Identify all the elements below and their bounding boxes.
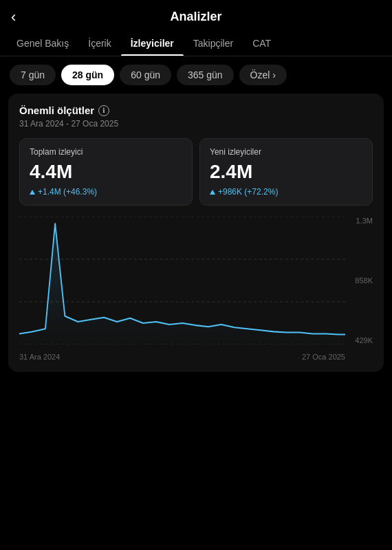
period-365gun[interactable]: 365 gün bbox=[177, 65, 234, 85]
metric-new-viewers-value: 2.4M bbox=[210, 161, 362, 183]
metric-total-viewers-change-text: +1.4M (+46.3%) bbox=[38, 187, 97, 197]
period-28gun[interactable]: 28 gün bbox=[61, 65, 114, 85]
up-arrow-icon bbox=[30, 190, 35, 195]
card-title-row: Önemli ölçütler ℹ bbox=[19, 104, 373, 116]
tabs-row: Genel Bakış İçerik İzleyiciler Takipçile… bbox=[0, 31, 392, 56]
tab-cat[interactable]: CAT bbox=[243, 31, 281, 56]
y-label-bot: 429K bbox=[355, 336, 373, 344]
main-metrics-card: Önemli ölçütler ℹ 31 Ara 2024 - 27 Oca 2… bbox=[8, 94, 384, 372]
metric-new-viewers-change: +986K (+72.2%) bbox=[210, 187, 362, 197]
tab-icerik[interactable]: İçerik bbox=[78, 31, 120, 56]
metric-new-viewers: Yeni izleyiciler 2.4M +986K (+72.2%) bbox=[199, 138, 373, 206]
metric-new-viewers-label: Yeni izleyiciler bbox=[210, 147, 362, 157]
back-button[interactable]: ‹ bbox=[11, 10, 16, 25]
chart-area-fill bbox=[19, 223, 345, 344]
chart-svg bbox=[19, 217, 345, 344]
y-label-top: 1.3M bbox=[356, 217, 373, 225]
metric-total-viewers-value: 4.4M bbox=[30, 161, 182, 183]
chart-area: 1.3M 858K 429K bbox=[19, 217, 373, 361]
card-date-range: 31 Ara 2024 - 27 Oca 2025 bbox=[19, 119, 373, 129]
tab-genel-bakis[interactable]: Genel Bakış bbox=[7, 31, 78, 56]
chart-svg-container bbox=[19, 217, 345, 344]
metrics-grid: Toplam izleyici 4.4M +1.4M (+46.3%) Yeni… bbox=[19, 138, 373, 206]
period-selector: 7 gün 28 gün 60 gün 365 gün Özel › bbox=[0, 56, 392, 94]
metric-total-viewers-change: +1.4M (+46.3%) bbox=[30, 187, 182, 197]
metric-total-viewers: Toplam izleyici 4.4M +1.4M (+46.3%) bbox=[19, 138, 193, 206]
tab-izleyiciler[interactable]: İzleyiciler bbox=[121, 31, 184, 56]
period-7gun[interactable]: 7 gün bbox=[10, 65, 56, 85]
info-icon[interactable]: ℹ bbox=[98, 105, 109, 116]
header: ‹ Analizler bbox=[0, 0, 392, 31]
chart-x-labels: 31 Ara 2024 27 Oca 2025 bbox=[19, 353, 345, 361]
page-title: Analizler bbox=[11, 10, 381, 24]
period-ozel[interactable]: Özel › bbox=[239, 65, 287, 85]
x-label-start: 31 Ara 2024 bbox=[19, 353, 60, 361]
y-label-mid: 858K bbox=[355, 276, 373, 285]
metric-total-viewers-label: Toplam izleyici bbox=[30, 147, 182, 157]
metric-new-viewers-change-text: +986K (+72.2%) bbox=[218, 187, 278, 197]
up-arrow-icon-2 bbox=[210, 190, 215, 195]
tab-takipciler[interactable]: Takipçiler bbox=[184, 31, 243, 56]
chart-y-labels: 1.3M 858K 429K bbox=[355, 217, 373, 344]
x-label-end: 27 Oca 2025 bbox=[302, 353, 345, 361]
period-60gun[interactable]: 60 gün bbox=[120, 65, 171, 85]
card-title: Önemli ölçütler bbox=[19, 104, 94, 116]
